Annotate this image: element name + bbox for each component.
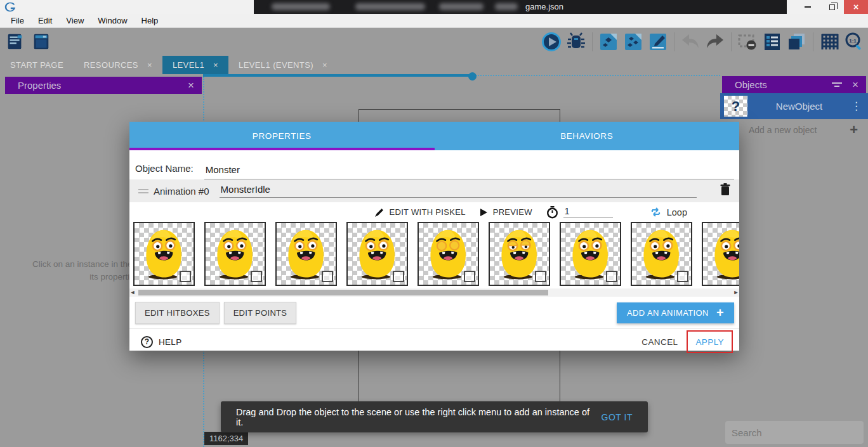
time-between-frames-input[interactable] xyxy=(563,206,613,218)
objects-panel-title: Objects xyxy=(735,79,832,90)
dialog-tab-properties[interactable]: PROPERTIES xyxy=(129,122,435,150)
gdevelop-window: game.json × File Edit View Window Help xyxy=(0,0,868,447)
publish-icon[interactable] xyxy=(622,30,645,53)
objects-list-icon[interactable] xyxy=(761,30,784,53)
scroll-right-arrow-icon[interactable]: ► xyxy=(733,288,739,297)
tab-start-page[interactable]: START PAGE xyxy=(0,56,74,74)
scene-top-border xyxy=(203,74,475,77)
scene-selection-dotted-line xyxy=(476,75,720,76)
animation-row: Animation #0 xyxy=(129,179,739,202)
tab-close-icon[interactable]: × xyxy=(147,60,152,70)
toolbar: 1:1 xyxy=(0,28,868,56)
redacted-text xyxy=(355,3,425,10)
minimize-button[interactable] xyxy=(796,0,820,14)
objects-close-icon[interactable]: × xyxy=(852,79,858,91)
preview-button[interactable]: PREVIEW xyxy=(480,207,532,217)
delete-animation-button[interactable] xyxy=(720,183,730,198)
menu-window[interactable]: Window xyxy=(92,15,133,27)
add-object-label: Add a new object xyxy=(720,125,850,135)
animation-frame[interactable] xyxy=(560,222,621,286)
play-icon[interactable] xyxy=(540,30,563,53)
tab-level1[interactable]: LEVEL1× xyxy=(162,56,228,74)
apply-button[interactable]: APPLY xyxy=(695,337,724,347)
redo-icon[interactable] xyxy=(704,30,727,53)
drag-handle-icon[interactable] xyxy=(138,189,148,193)
frame-checkbox[interactable] xyxy=(677,271,688,282)
properties-panel-title: Properties xyxy=(18,80,188,91)
menu-file[interactable]: File xyxy=(5,15,30,27)
edit-hitboxes-button[interactable]: EDIT HITBOXES xyxy=(135,302,220,324)
layers-icon[interactable] xyxy=(786,30,808,53)
object-name-field-label: Object Name: xyxy=(135,163,194,179)
object-name-row: Object Name: xyxy=(129,150,739,179)
animation-frame[interactable] xyxy=(702,222,739,286)
undo-icon[interactable] xyxy=(679,30,702,53)
animation-frame[interactable] xyxy=(489,222,550,286)
tab-close-icon[interactable]: × xyxy=(322,60,327,70)
animation-frame[interactable] xyxy=(275,222,337,286)
dialog-footer: ? HELP CANCEL APPLY xyxy=(129,328,739,354)
frame-checkbox[interactable] xyxy=(606,271,617,282)
object-list-item-newobject[interactable]: ? NewObject ⋮ xyxy=(720,93,868,119)
export-icon[interactable] xyxy=(597,30,620,53)
cancel-button[interactable]: CANCEL xyxy=(635,332,684,352)
help-button[interactable]: ? HELP xyxy=(141,336,181,348)
add-object-plus-icon: + xyxy=(850,123,868,137)
zoom-1-1-icon[interactable]: 1:1 xyxy=(843,30,865,53)
animation-frame[interactable] xyxy=(133,222,195,286)
dialog-tab-bar: PROPERTIES BEHAVIORS xyxy=(129,122,739,150)
animation-frame[interactable] xyxy=(418,222,479,286)
frame-checkbox[interactable] xyxy=(180,271,191,282)
frame-checkbox[interactable] xyxy=(464,271,475,282)
edit-scene-icon[interactable] xyxy=(647,30,669,53)
redacted-text xyxy=(439,3,483,10)
scene-window-icon[interactable] xyxy=(30,30,53,53)
got-it-button[interactable]: GOT IT xyxy=(602,412,633,422)
tab-resources[interactable]: RESOURCES× xyxy=(74,56,162,74)
scroll-left-arrow-icon[interactable]: ◄ xyxy=(129,288,136,297)
project-manager-icon[interactable] xyxy=(4,30,27,53)
add-animation-button[interactable]: ADD AN ANIMATION + xyxy=(617,302,734,323)
edit-points-button[interactable]: EDIT POINTS xyxy=(224,302,297,324)
dialog-tab-behaviors[interactable]: BEHAVIORS xyxy=(435,122,740,150)
trash-icon xyxy=(720,183,730,196)
play-triangle-icon xyxy=(480,208,488,217)
window-controls: × xyxy=(796,0,868,14)
loop-toggle[interactable]: Loop xyxy=(650,207,687,217)
object-editor-dialog: PROPERTIES BEHAVIORS Object Name: Animat… xyxy=(129,122,739,351)
tab-close-icon[interactable]: × xyxy=(213,60,218,70)
animation-controls-row: EDIT WITH PISKEL PREVIEW Loop xyxy=(129,202,739,222)
add-new-object-row[interactable]: Add a new object + xyxy=(720,119,868,141)
animation-frame[interactable] xyxy=(631,222,692,286)
frame-checkbox[interactable] xyxy=(251,271,262,282)
animation-frame[interactable] xyxy=(346,222,408,286)
delete-instances-icon[interactable] xyxy=(736,30,759,53)
animation-name-input[interactable] xyxy=(220,184,697,198)
menu-view[interactable]: View xyxy=(60,15,89,27)
edit-with-piskel-button[interactable]: EDIT WITH PISKEL xyxy=(374,207,466,217)
toolbar-separator xyxy=(592,32,593,51)
frame-checkbox[interactable] xyxy=(393,271,404,282)
restore-button[interactable] xyxy=(820,0,844,14)
object-search-input[interactable] xyxy=(732,427,858,438)
frame-checkbox[interactable] xyxy=(322,271,333,282)
toolbar-separator xyxy=(813,32,813,51)
filter-icon[interactable] xyxy=(832,82,842,87)
toolbar-left-group xyxy=(0,30,53,53)
object-context-menu-icon[interactable]: ⋮ xyxy=(851,100,868,113)
properties-close-icon[interactable]: × xyxy=(188,79,194,92)
menu-edit[interactable]: Edit xyxy=(32,15,58,27)
debug-icon[interactable] xyxy=(565,30,588,53)
close-button[interactable]: × xyxy=(844,0,868,14)
animation-frame[interactable] xyxy=(204,222,266,286)
frames-scrollbar[interactable]: ◄ ► xyxy=(129,288,739,297)
object-name-input[interactable] xyxy=(204,164,734,179)
menu-help[interactable]: Help xyxy=(136,15,164,27)
grid-icon[interactable] xyxy=(818,30,841,53)
redacted-text xyxy=(272,3,330,10)
scrollbar-thumb[interactable] xyxy=(138,290,548,295)
toolbar-right-group: 1:1 xyxy=(540,30,865,53)
frame-checkbox[interactable] xyxy=(535,271,546,282)
tab-level1-events[interactable]: LEVEL1 (EVENTS)× xyxy=(228,56,338,74)
svg-text:1:1: 1:1 xyxy=(849,38,857,44)
